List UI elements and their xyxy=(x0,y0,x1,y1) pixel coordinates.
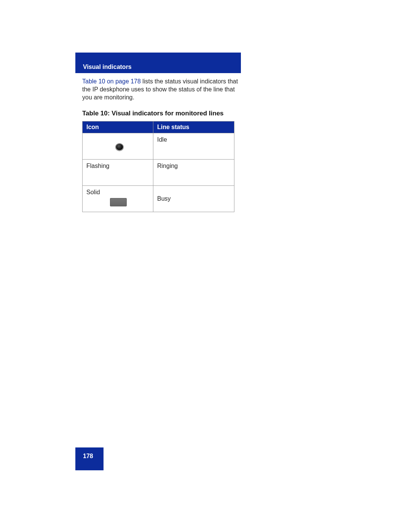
table-cell-icon xyxy=(83,133,153,160)
table-header-row: Icon Line status xyxy=(83,121,234,133)
table-row: Solid Busy xyxy=(83,186,234,212)
table-row: Idle xyxy=(83,133,234,160)
icon-label: Solid xyxy=(86,189,149,196)
page-number: 178 xyxy=(75,447,104,470)
table-cell-status: Busy xyxy=(153,186,234,212)
table-cell-icon: Flashing xyxy=(83,160,153,186)
busy-indicator-icon xyxy=(110,198,127,206)
table-header-status: Line status xyxy=(153,121,234,133)
table-reference-link[interactable]: Table 10 on page 178 xyxy=(82,78,141,85)
idle-indicator-icon xyxy=(115,143,124,151)
body-paragraph: Table 10 on page 178 lists the status vi… xyxy=(75,78,243,101)
table-caption: Table 10: Visual indicators for monitore… xyxy=(82,110,241,117)
table-row: Flashing Ringing xyxy=(83,160,234,186)
visual-indicators-table: Icon Line status Idle Flashing Ringing S… xyxy=(82,121,234,212)
page-header-bar: Visual indicators xyxy=(75,53,241,73)
table-header-icon: Icon xyxy=(83,121,153,133)
page-header-title: Visual indicators xyxy=(83,64,132,70)
icon-label: Flashing xyxy=(86,163,109,169)
table-cell-icon: Solid xyxy=(83,186,153,212)
table-cell-status: Idle xyxy=(153,133,234,160)
document-page: Visual indicators Table 10 on page 178 l… xyxy=(75,53,241,212)
table-cell-status: Ringing xyxy=(153,160,234,186)
